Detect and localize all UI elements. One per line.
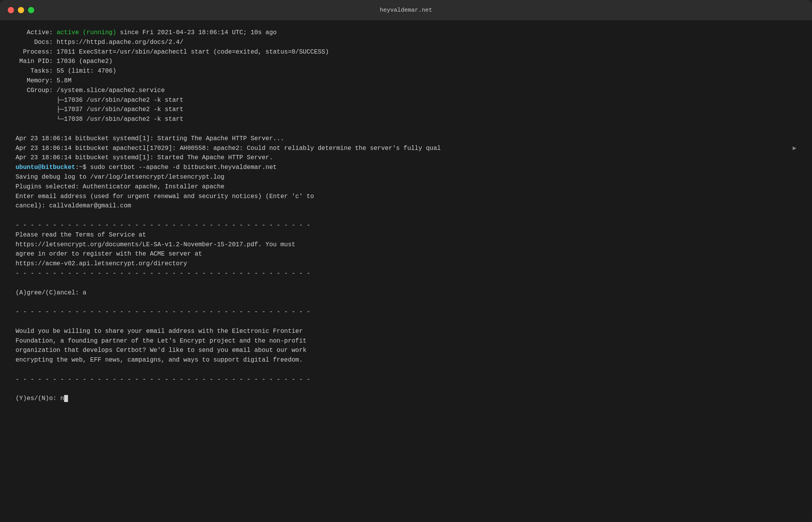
- line-active: Active: active (running) since Fri 2021-…: [16, 28, 796, 38]
- line-eff3: organization that develops Certbot? We'd…: [16, 346, 796, 355]
- line-plugins: Plugins selected: Authenticator apache, …: [16, 182, 796, 192]
- line-process: Process: 17011 ExecStart=/usr/sbin/apach…: [16, 47, 796, 57]
- line-eff4: encrypting the web, EFF news, campaigns,…: [16, 355, 796, 365]
- line-tos3: agree in order to register with the ACME…: [16, 249, 796, 259]
- line-log2-content: Apr 23 18:06:14 bitbucket apachectl[1702…: [16, 144, 793, 153]
- traffic-lights: [8, 7, 34, 13]
- line-eff2: Foundation, a founding partner of the Le…: [16, 336, 796, 346]
- line-input[interactable]: (Y)es/(N)o: n: [16, 394, 796, 404]
- line-log1: Apr 23 18:06:14 bitbucket systemd[1]: St…: [16, 134, 796, 144]
- line-cgroup: CGroup: /system.slice/apache2.service: [16, 86, 796, 96]
- prompt-path: :~$: [75, 164, 90, 171]
- line-log3: Apr 23 18:06:14 bitbucket systemd[1]: St…: [16, 153, 796, 163]
- line-memory: Memory: 5.8M: [16, 76, 796, 86]
- line-docs: Docs: https://httpd.apache.org/docs/2.4/: [16, 38, 796, 47]
- maximize-button[interactable]: [28, 7, 34, 13]
- prompt-user: ubuntu@bitbucket: [16, 164, 75, 171]
- line-log2-truncated: Apr 23 18:06:14 bitbucket apachectl[1702…: [16, 144, 796, 153]
- line-email1: Enter email address (used for urgent ren…: [16, 192, 796, 202]
- line-tos2: https://letsencrypt.org/documents/LE-SA-…: [16, 240, 796, 250]
- terminal-body[interactable]: Active: active (running) since Fri 2021-…: [0, 20, 812, 522]
- line-dash3: - - - - - - - - - - - - - - - - - - - - …: [16, 307, 796, 317]
- line-cgroup3: └─17038 /usr/sbin/apache2 -k start: [16, 115, 796, 124]
- line-eff1: Would you be willing to share your email…: [16, 327, 796, 336]
- minimize-button[interactable]: [18, 7, 24, 13]
- line-cgroup2: ├─17037 /usr/sbin/apache2 -k start: [16, 105, 796, 115]
- line-dash2: - - - - - - - - - - - - - - - - - - - - …: [16, 269, 796, 278]
- line-mainpid: Main PID: 17036 (apache2): [16, 57, 796, 66]
- titlebar: heyvaldemar.net: [0, 0, 812, 20]
- line-prompt: ubuntu@bitbucket:~$ sudo certbot --apach…: [16, 163, 796, 172]
- cursor: [64, 395, 68, 402]
- line-agree: (A)gree/(C)ancel: a: [16, 288, 796, 298]
- line-tos1: Please read the Terms of Service at: [16, 230, 796, 240]
- close-button[interactable]: [8, 7, 14, 13]
- line-savelog: Saving debug log to /var/log/letsencrypt…: [16, 172, 796, 182]
- line-tos4: https://acme-v02.api.letsencrypt.org/dir…: [16, 259, 796, 269]
- line-tasks: Tasks: 55 (limit: 4706): [16, 66, 796, 76]
- line-cgroup1: ├─17036 /usr/sbin/apache2 -k start: [16, 96, 796, 105]
- active-status: active (running): [57, 29, 117, 36]
- terminal-window: heyvaldemar.net Active: active (running)…: [0, 0, 812, 522]
- line-dash4: - - - - - - - - - - - - - - - - - - - - …: [16, 375, 796, 385]
- line-dash1: - - - - - - - - - - - - - - - - - - - - …: [16, 221, 796, 230]
- truncation-arrow: ▶: [793, 144, 796, 153]
- window-title: heyvaldemar.net: [380, 7, 432, 14]
- line-email2: cancel): callvaldemar@gmail.com: [16, 201, 796, 211]
